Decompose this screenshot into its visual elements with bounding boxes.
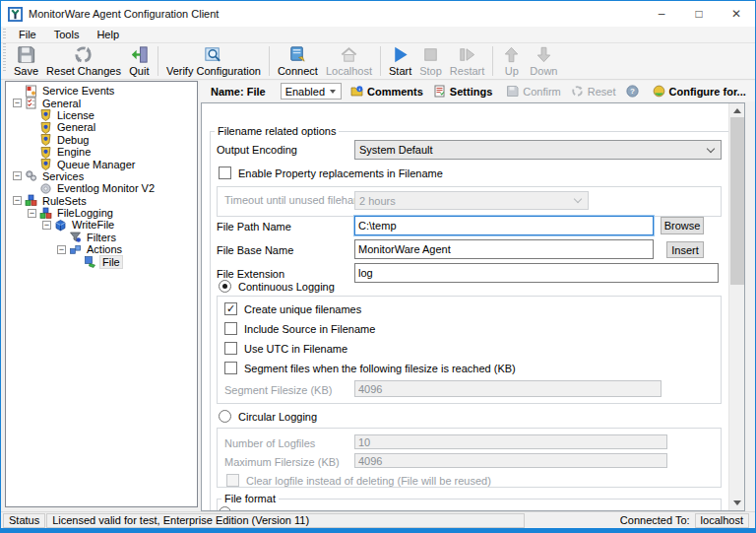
start-button[interactable]: Start (385, 43, 415, 79)
group-title: Filename related options (215, 125, 339, 137)
continuous-logging-radio[interactable] (219, 280, 231, 293)
tree-item-engine[interactable]: Engine (6, 146, 197, 158)
cubes-icon (25, 194, 37, 207)
tree-item-writefile[interactable]: − WriteFile (6, 219, 197, 231)
tree-item-filters[interactable]: Filters (6, 232, 197, 243)
toolbar-grip (3, 29, 6, 41)
tree-item-debug[interactable]: Debug (6, 134, 197, 146)
tree-item-actions[interactable]: − Actions (6, 243, 197, 255)
num-logfiles-label: Number of Logfiles (224, 437, 315, 449)
help-button[interactable]: ? (621, 85, 644, 98)
segment-files-label: Segment files when the following filesiz… (244, 363, 516, 374)
tree-item-filelogging[interactable]: − FileLogging (6, 207, 197, 219)
shield-icon (39, 146, 52, 159)
filter-icon (69, 231, 82, 243)
actions-icon (69, 243, 82, 256)
toolbar-separator (380, 46, 381, 76)
confirm-button: Confirm (501, 85, 566, 98)
output-encoding-label: Output Encoding (217, 144, 297, 156)
reset-changes-button[interactable]: Reset Changes (42, 43, 125, 79)
reset-button: Reset (566, 85, 621, 98)
continuous-logging-label: Continuous Logging (238, 281, 335, 293)
maximize-button[interactable]: □ (680, 1, 718, 27)
verify-configuration-button[interactable]: Verify Configuration (162, 43, 265, 79)
status-bar: Status Licensed valid for test, Enterpri… (1, 511, 755, 528)
file-format-label: File format (221, 493, 279, 504)
output-encoding-select[interactable]: System Default (354, 140, 722, 160)
include-source-checkbox[interactable] (224, 322, 237, 335)
enable-property-checkbox[interactable] (219, 167, 231, 179)
file-format-group (217, 499, 722, 511)
scroll-up-button[interactable] (729, 103, 745, 118)
app-window: MonitorWare Agent Configuration Client –… (0, 0, 756, 533)
max-filesize-input (354, 453, 667, 468)
localhost-icon (339, 44, 359, 65)
menu-bar: File Tools Help (1, 27, 755, 43)
reset-changes-icon (73, 44, 94, 65)
include-source-label: Include Source in Filename (244, 323, 375, 335)
collapse-icon[interactable]: − (13, 171, 22, 180)
cubes-icon (39, 207, 52, 220)
menu-help[interactable]: Help (88, 28, 128, 41)
restart-button: Restart (446, 43, 488, 79)
up-button: Up (497, 43, 526, 79)
start-icon (390, 44, 410, 65)
collapse-icon[interactable]: − (28, 209, 36, 218)
file-path-input[interactable] (354, 216, 654, 235)
tree-item-eventlog-monitor-v2[interactable]: Eventlog Monitor V2 (6, 182, 197, 194)
save-button[interactable]: Save (10, 43, 42, 79)
tree-item-services[interactable]: − Services (6, 170, 197, 182)
create-unique-checkbox[interactable] (224, 302, 237, 315)
tree-item-general[interactable]: − General (6, 97, 197, 108)
file-base-input[interactable] (354, 239, 654, 259)
connect-button[interactable]: Connect (274, 43, 322, 79)
restart-icon (457, 44, 477, 65)
scroll-down-button[interactable] (729, 496, 745, 510)
use-utc-checkbox[interactable] (224, 342, 237, 355)
settings-button[interactable]: Settings (428, 85, 497, 98)
menu-tools[interactable]: Tools (45, 28, 89, 41)
shield-icon (39, 121, 52, 134)
tree-item-file[interactable]: File (6, 255, 197, 267)
license-pane: Licensed valid for test, Enterprise Edit… (46, 513, 525, 528)
segment-files-checkbox[interactable] (224, 362, 237, 374)
circular-logging-radio[interactable] (219, 410, 231, 423)
enable-property-label: Enable Property replacements in Filename (238, 167, 443, 179)
file-base-label: File Base Name (217, 244, 293, 256)
close-button[interactable]: ✕ (718, 1, 755, 27)
tree-item-service-events[interactable]: Service Events (6, 85, 197, 97)
menu-file[interactable]: File (10, 28, 45, 41)
file-extension-input[interactable] (354, 263, 719, 283)
comments-button[interactable]: Comments (346, 85, 428, 98)
collapse-icon[interactable]: − (42, 221, 51, 230)
tree-item-general-sub[interactable]: General (6, 121, 197, 133)
shield-icon (39, 108, 52, 121)
configure-for-icon (653, 85, 665, 98)
tree-item-queue-manager[interactable]: Queue Manager (6, 158, 197, 169)
file-path-label: File Path Name (217, 221, 291, 233)
browse-button[interactable]: Browse (661, 217, 704, 234)
shield-icon (39, 158, 52, 170)
collapse-icon[interactable]: − (13, 99, 22, 107)
vertical-scrollbar[interactable] (728, 103, 744, 510)
chevron-down-icon (574, 195, 582, 203)
insert-button[interactable]: Insert (666, 241, 704, 258)
quit-button[interactable]: Quit (125, 43, 154, 79)
title-bar: MonitorWare Agent Configuration Client –… (1, 1, 755, 27)
scrollbar-thumb[interactable] (730, 117, 744, 285)
gears-icon (25, 169, 37, 182)
file-action-icon (84, 255, 96, 268)
tree-item-license[interactable]: License (6, 109, 197, 121)
collapse-icon[interactable]: − (57, 245, 66, 254)
configure-for-button[interactable]: Configure for... (648, 85, 756, 98)
main-toolbar: Save Reset Changes Quit Verify Configura… (1, 43, 755, 80)
stop-button: Stop (415, 43, 446, 79)
selected-tree-label: File (99, 255, 123, 269)
down-arrow-icon (733, 500, 741, 505)
help-icon: ? (626, 85, 639, 98)
collapse-icon[interactable]: − (13, 196, 22, 205)
tree-item-rulesets[interactable]: − RuleSets (6, 195, 197, 207)
enabled-dropdown[interactable]: Enabled (281, 83, 342, 100)
connected-to-label: Connected To: (620, 514, 690, 526)
minimize-button[interactable]: – (643, 1, 680, 27)
